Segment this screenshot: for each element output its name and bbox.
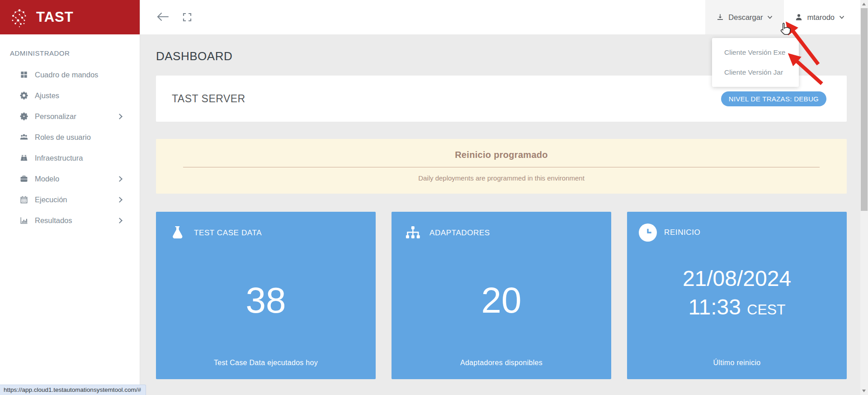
user-menu-toggle[interactable]: mtarodo [784,0,856,34]
alert-divider [183,167,820,167]
fullscreen-icon [182,12,193,23]
flask-icon [168,224,187,243]
last-restart-date: 21/08/2024 [627,265,847,292]
brand-logo[interactable]: TAST [0,0,140,34]
stat-card-test-case-data[interactable]: TEST CASE DATA 38 Test Case Data ejecuta… [156,212,376,379]
binoculars-icon [19,153,29,163]
sidebar-item-label: Roles de usuario [35,133,140,142]
gear-icon [19,90,29,100]
fullscreen-button[interactable] [182,12,193,23]
download-dropdown-menu: Cliente Versión Exe Cliente Versión Jar [712,38,799,87]
cog-icon [19,111,29,121]
stat-card-adaptadores[interactable]: ADAPTADORES 20 Adaptadores disponibles [392,212,611,379]
card-caption: Test Case Data ejecutados hoy [156,359,376,367]
card-caption: Adaptadores disponibles [392,359,611,367]
calendar-icon [19,195,29,205]
download-dropdown-toggle[interactable]: Descargar [705,0,784,34]
topbar: Descargar mtarodo [140,0,860,34]
trace-level-badge: NIVEL DE TRAZAS: DEBUG [721,91,826,106]
card-header: REINICIO [627,212,847,242]
main-content: DASHBOARD TAST SERVER NIVEL DE TRAZAS: D… [140,34,860,395]
stat-card-reinicio[interactable]: REINICIO 21/08/2024 11:33 CEST Último re… [627,212,847,379]
sidebar-nav: ADMINISTRADOR Cuadro de mandos Ajustes P… [0,34,140,231]
download-label: Descargar [728,13,763,22]
sidebar: TAST ADMINISTRADOR Cuadro de mandos Ajus… [0,0,140,395]
sidebar-item-infraestructura[interactable]: Infraestructura [0,148,140,168]
menu-item-cliente-version-jar[interactable]: Cliente Versión Jar [712,62,799,82]
scroll-down-arrow-icon[interactable] [862,390,866,392]
sidebar-item-label: Infraestructura [35,154,140,162]
card-datetime: 21/08/2024 11:33 CEST [627,265,847,324]
last-restart-time: 11:33 CEST [627,292,847,324]
menu-item-cliente-version-exe[interactable]: Cliente Versión Exe [712,43,799,62]
username-label: mtarodo [807,13,835,22]
sidebar-item-label: Modelo [35,175,118,183]
sidebar-section-label: ADMINISTRADOR [0,49,140,58]
card-title: ADAPTADORES [429,228,490,238]
sidebar-item-label: Cuadro de mandos [35,71,140,79]
card-value: 38 [156,282,376,319]
user-icon [795,13,803,21]
scroll-up-arrow-icon[interactable] [862,3,866,5]
vertical-scrollbar[interactable] [860,0,868,395]
chevron-right-icon [117,218,123,224]
sidebar-item-roles-de-usuario[interactable]: Roles de usuario [0,127,140,148]
time-value: 11:33 [688,295,741,319]
network-sphere-icon [9,7,30,28]
alert-title: Reinicio programado [183,150,820,160]
bar-chart-icon [19,215,29,225]
restart-alert: Reinicio programado Daily deployments ar… [156,139,847,194]
sidebar-item-label: Resultados [35,216,118,225]
chevron-down-icon [839,14,845,20]
card-value: 20 [392,282,611,319]
back-arrow-icon [156,11,170,23]
download-icon [716,13,724,21]
sidebar-item-ejecucion[interactable]: Ejecución [0,189,140,210]
grid-icon [19,70,29,80]
chevron-right-icon [117,176,123,182]
scrollbar-thumb[interactable] [861,8,868,211]
sitemap-icon [403,224,422,243]
briefcase-icon [19,174,29,184]
status-url-tooltip: https://app.cloud1.testautomationsystemt… [0,385,146,395]
card-header: ADAPTADORES [392,212,611,243]
chevron-down-icon [767,14,773,20]
card-caption: Último reinicio [627,359,847,367]
sidebar-item-label: Personalizar [35,112,118,121]
card-title: TEST CASE DATA [194,228,262,238]
sidebar-item-cuadro-de-mandos[interactable]: Cuadro de mandos [0,64,140,85]
timezone-label: CEST [747,301,785,318]
brand-name: TAST [36,9,74,25]
alert-message: Daily deployments are programmed in this… [183,174,820,182]
app-window: TAST ADMINISTRADOR Cuadro de mandos Ajus… [0,0,868,395]
sidebar-item-modelo[interactable]: Modelo [0,168,140,189]
sidebar-item-label: Ejecución [35,195,118,204]
card-header: TEST CASE DATA [156,212,376,243]
sidebar-item-ajustes[interactable]: Ajustes [0,85,140,106]
topbar-actions: Descargar mtarodo [705,0,856,34]
sidebar-item-personalizar[interactable]: Personalizar [0,106,140,127]
card-title: REINICIO [664,228,700,237]
sidebar-item-label: Ajustes [35,91,140,100]
back-button[interactable] [156,11,170,23]
chevron-right-icon [117,197,123,203]
sidebar-item-resultados[interactable]: Resultados [0,210,140,231]
chevron-right-icon [117,114,123,119]
users-icon [19,132,29,142]
stat-cards-row: TEST CASE DATA 38 Test Case Data ejecuta… [156,212,847,379]
server-card-title: TAST SERVER [172,93,245,105]
clock-icon [639,224,657,242]
